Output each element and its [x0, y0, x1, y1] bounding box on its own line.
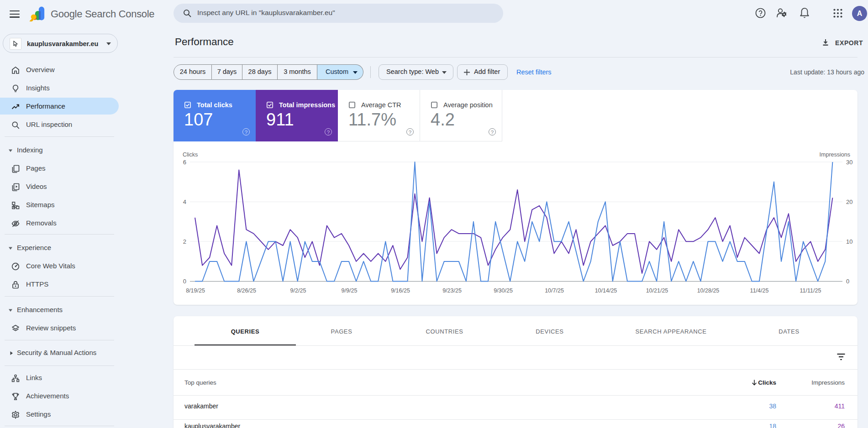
svg-text:4: 4 — [183, 198, 186, 205]
svg-text:10/14/25: 10/14/25 — [595, 287, 617, 294]
svg-text:0: 0 — [846, 278, 849, 285]
svg-text:Impressions: Impressions — [820, 151, 850, 158]
svg-text:20: 20 — [846, 198, 852, 205]
svg-text:10/7/25: 10/7/25 — [545, 287, 564, 294]
svg-text:30: 30 — [846, 159, 852, 166]
svg-text:11/11/25: 11/11/25 — [800, 287, 821, 294]
svg-text:9/2/25: 9/2/25 — [290, 287, 306, 294]
svg-text:2: 2 — [183, 238, 186, 245]
svg-text:9/9/25: 9/9/25 — [342, 287, 358, 294]
svg-text:9/23/25: 9/23/25 — [442, 287, 462, 294]
svg-text:8/19/25: 8/19/25 — [186, 287, 205, 294]
svg-text:9/30/25: 9/30/25 — [494, 287, 513, 294]
svg-text:10/21/25: 10/21/25 — [646, 287, 668, 294]
svg-text:10: 10 — [846, 238, 852, 245]
svg-text:9/16/25: 9/16/25 — [391, 287, 410, 294]
svg-text:0: 0 — [183, 278, 186, 285]
svg-text:8/26/25: 8/26/25 — [237, 287, 256, 294]
svg-text:11/4/25: 11/4/25 — [750, 287, 769, 294]
svg-text:Clicks: Clicks — [183, 151, 198, 158]
svg-text:6: 6 — [183, 159, 186, 166]
svg-text:10/28/25: 10/28/25 — [697, 287, 720, 294]
